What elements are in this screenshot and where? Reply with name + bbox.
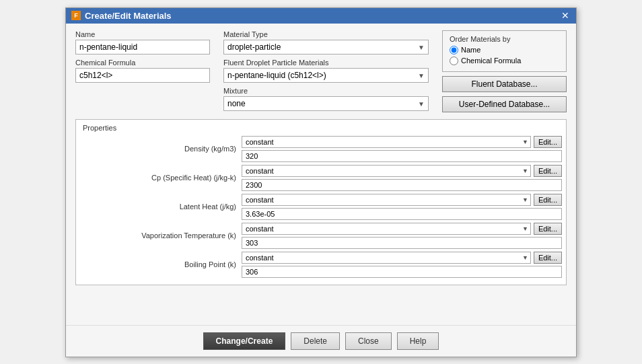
property-top-0: constant ▼ Edit... bbox=[242, 136, 562, 148]
property-value-input-2[interactable] bbox=[242, 208, 562, 220]
app-icon: F bbox=[71, 11, 81, 20]
properties-scroll-area[interactable]: Density (kg/m3) constant ▼ Edit... Cp (S… bbox=[80, 136, 562, 281]
name-label: Name bbox=[75, 30, 210, 38]
property-label-3: Vaporization Temperature (k) bbox=[80, 231, 242, 240]
property-edit-button-0[interactable]: Edit... bbox=[534, 136, 562, 148]
change-create-button[interactable]: Change/Create bbox=[203, 332, 286, 350]
property-row: Density (kg/m3) constant ▼ Edit... bbox=[80, 136, 562, 162]
close-button[interactable]: Close bbox=[345, 332, 392, 350]
mixture-select[interactable]: none bbox=[223, 96, 429, 111]
property-method-select-4[interactable]: constant bbox=[242, 252, 531, 264]
dialog-title: Create/Edit Materials bbox=[85, 11, 172, 21]
property-method-select-1[interactable]: constant bbox=[242, 165, 531, 177]
properties-title: Properties bbox=[80, 124, 562, 132]
property-row: Cp (Specific Heat) (j/kg-k) constant ▼ E… bbox=[80, 165, 562, 191]
property-controls-3: constant ▼ Edit... bbox=[242, 223, 562, 249]
fluent-database-button[interactable]: Fluent Database... bbox=[442, 76, 567, 92]
property-method-wrapper-0: constant ▼ bbox=[242, 136, 531, 148]
property-value-input-0[interactable] bbox=[242, 150, 562, 162]
property-method-select-3[interactable]: constant bbox=[242, 223, 531, 235]
property-controls-0: constant ▼ Edit... bbox=[242, 136, 562, 162]
user-defined-database-button[interactable]: User-Defined Database... bbox=[442, 96, 567, 112]
bottom-buttons-bar: Change/Create Delete Close Help bbox=[66, 325, 576, 357]
property-controls-1: constant ▼ Edit... bbox=[242, 165, 562, 191]
mixture-label: Mixture bbox=[223, 87, 429, 95]
property-row: Boiling Point (k) constant ▼ Edit... bbox=[80, 252, 562, 278]
property-method-wrapper-2: constant ▼ bbox=[242, 194, 531, 206]
property-method-wrapper-4: constant ▼ bbox=[242, 252, 531, 264]
property-method-select-2[interactable]: constant bbox=[242, 194, 531, 206]
property-method-wrapper-1: constant ▼ bbox=[242, 165, 531, 177]
properties-section: Properties Density (kg/m3) constant ▼ Ed… bbox=[75, 119, 567, 285]
property-row: Vaporization Temperature (k) constant ▼ … bbox=[80, 223, 562, 249]
property-top-3: constant ▼ Edit... bbox=[242, 223, 562, 235]
name-input[interactable] bbox=[75, 40, 210, 54]
delete-button[interactable]: Delete bbox=[291, 332, 340, 350]
property-controls-4: constant ▼ Edit... bbox=[242, 252, 562, 278]
property-label-2: Latent Heat (j/kg) bbox=[80, 203, 242, 211]
order-by-formula-radio[interactable] bbox=[450, 57, 458, 65]
property-value-input-3[interactable] bbox=[242, 237, 562, 249]
property-label-0: Density (kg/m3) bbox=[80, 145, 242, 153]
property-value-input-1[interactable] bbox=[242, 179, 562, 191]
order-by-formula-label: Chemical Formula bbox=[461, 57, 521, 65]
close-window-button[interactable]: ✕ bbox=[560, 11, 571, 20]
chemical-formula-input[interactable] bbox=[75, 68, 210, 83]
property-top-2: constant ▼ Edit... bbox=[242, 194, 562, 206]
property-edit-button-1[interactable]: Edit... bbox=[534, 165, 562, 177]
order-by-name-radio[interactable] bbox=[450, 46, 458, 54]
fluent-droplet-label: Fluent Droplet Particle Materials bbox=[223, 59, 429, 67]
help-button[interactable]: Help bbox=[397, 332, 439, 350]
order-by-name-label: Name bbox=[461, 46, 480, 54]
title-bar: F Create/Edit Materials ✕ bbox=[66, 8, 576, 24]
chemical-formula-label: Chemical Formula bbox=[75, 59, 210, 67]
properties-container: Density (kg/m3) constant ▼ Edit... Cp (S… bbox=[80, 136, 562, 278]
material-type-select[interactable]: droplet-particle bbox=[223, 40, 429, 54]
property-method-wrapper-3: constant ▼ bbox=[242, 223, 531, 235]
property-top-4: constant ▼ Edit... bbox=[242, 252, 562, 264]
property-top-1: constant ▼ Edit... bbox=[242, 165, 562, 177]
property-method-select-0[interactable]: constant bbox=[242, 136, 531, 148]
property-edit-button-3[interactable]: Edit... bbox=[534, 223, 562, 235]
fluent-droplet-select[interactable]: n-pentane-liquid (c5h12<l>) bbox=[223, 68, 429, 83]
material-type-label: Material Type bbox=[223, 30, 429, 38]
property-label-4: Boiling Point (k) bbox=[80, 260, 242, 268]
property-row: Latent Heat (j/kg) constant ▼ Edit... bbox=[80, 194, 562, 220]
property-value-input-4[interactable] bbox=[242, 266, 562, 278]
property-edit-button-4[interactable]: Edit... bbox=[534, 252, 562, 264]
property-edit-button-2[interactable]: Edit... bbox=[534, 194, 562, 206]
property-controls-2: constant ▼ Edit... bbox=[242, 194, 562, 220]
property-label-1: Cp (Specific Heat) (j/kg-k) bbox=[80, 174, 242, 182]
order-by-title: Order Materials by bbox=[450, 35, 559, 43]
